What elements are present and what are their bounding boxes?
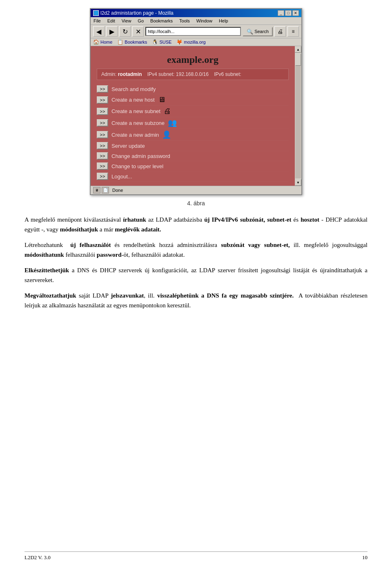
menu-bookmarks[interactable]: Bookmarks (149, 18, 174, 24)
menu-file[interactable]: File (92, 18, 102, 24)
bookmark-suse-label: SUSE (159, 40, 172, 44)
menu-view[interactable]: View (120, 18, 133, 24)
site-title: example.org (97, 54, 289, 65)
ipv4-value: 192.168.0.0/16 (176, 71, 209, 77)
menu-label-new-subnet[interactable]: Create a new subnet (111, 108, 160, 114)
stop-button[interactable]: ✕ (132, 26, 144, 37)
admin-label: Admin: (101, 71, 116, 77)
print-button[interactable]: 🖨 (274, 26, 286, 37)
menu-item-new-subzone: >> Create a new subzone 👥 (97, 117, 289, 129)
back-button[interactable]: ◀ (93, 26, 105, 37)
browser-titlebar: 🌐 l2d2 administartion page - Mozilla _ □… (91, 9, 301, 17)
bookmark-mozilla-label: mozilla.org (184, 40, 205, 44)
new-subzone-icon: 👥 (168, 118, 177, 127)
forward-button[interactable]: ▶ (106, 26, 118, 37)
menu-item-new-host: >> Create a new host 🖥 (97, 94, 289, 106)
menu-label-logout[interactable]: Logout... (111, 173, 132, 180)
browser-window: 🌐 l2d2 administartion page - Mozilla _ □… (90, 8, 302, 195)
scroll-down-arrow[interactable]: ▼ (295, 179, 301, 186)
bookmark-mozilla[interactable]: 🦊 mozilla.org (176, 39, 205, 45)
bookmarks-icon: 📋 (117, 39, 123, 45)
menu-arrow-server-update[interactable]: >> (97, 142, 108, 149)
menu-item-server-update: >> Server update (97, 141, 289, 151)
menu-label-search[interactable]: Search and modify (111, 86, 156, 92)
paragraph-4: Megváltoztathatjuk saját LDAP jelszavunk… (24, 291, 368, 310)
reload-button[interactable]: ↻ (119, 26, 131, 37)
menu-label-new-subzone[interactable]: Create a new subzone (111, 120, 165, 126)
search-button-label: Search (254, 29, 269, 34)
menu-label-new-host[interactable]: Create a new host (111, 97, 155, 103)
new-host-icon: 🖥 (158, 96, 165, 104)
figure-caption: 4. ábra (0, 200, 392, 207)
article-content: A megfelelő menüpont kiválasztásával írh… (0, 215, 392, 310)
menu-arrow-logout[interactable]: >> (97, 173, 108, 180)
menu-label-server-update[interactable]: Server update (111, 143, 145, 149)
menu-item-search: >> Search and modify (97, 84, 289, 94)
paragraph-3: Elkészíttethetjük a DNS és DHCP szervere… (24, 265, 368, 285)
bookmark-suse[interactable]: 🐧 SUSE (152, 39, 172, 45)
search-icon: 🔍 (247, 29, 253, 35)
footer-version: L2D2 V. 3.0 (24, 554, 51, 561)
footer-page-number: 10 (362, 554, 368, 561)
suse-icon: 🐧 (152, 39, 158, 45)
browser-status-bar: 🖥 📄 Done (91, 186, 301, 194)
scrollbar-thumb[interactable] (295, 53, 301, 66)
status-text: Done (112, 188, 123, 193)
address-bar[interactable] (145, 27, 241, 36)
minimize-button[interactable]: _ (278, 10, 284, 16)
new-subnet-icon: 🖨 (164, 107, 171, 116)
scrollbar-track[interactable] (295, 53, 301, 178)
menu-item-new-admin: >> Create a new admin 👤 (97, 129, 289, 141)
home-icon: 🏠 (93, 39, 99, 45)
menu-arrow-upper-level[interactable]: >> (97, 162, 108, 170)
bookmark-home[interactable]: 🏠 Home (93, 39, 112, 45)
menu-item-logout: >> Logout... (97, 171, 289, 182)
ipv6-label: IPv6 subnet: (214, 71, 241, 77)
titlebar-buttons: _ □ ✕ (278, 10, 299, 16)
paragraph-1: A megfelelő menüpont kiválasztásával írh… (24, 215, 368, 234)
browser-title: l2d2 administartion page - Mozilla (100, 10, 174, 16)
menu-help[interactable]: Help (218, 18, 229, 24)
close-button[interactable]: ✕ (292, 10, 299, 16)
scroll-up-arrow[interactable]: ▲ (295, 46, 301, 53)
web-page: example.org Admin: rootadmin IPv4 subnet… (91, 46, 295, 186)
menu-label-upper-level[interactable]: Change to upper level (111, 163, 163, 169)
menu-window[interactable]: Window (195, 18, 214, 24)
browser-toolbar: ◀ ▶ ↻ ✕ 🔍 Search 🖨 ≡ (91, 25, 301, 38)
menu-item-change-password: >> Change admin password (97, 151, 289, 161)
bookmark-bookmarks-label: Bookmarks (125, 40, 147, 44)
browser-content-area: example.org Admin: rootadmin IPv4 subnet… (91, 46, 301, 186)
misc-button[interactable]: ≡ (287, 26, 299, 37)
admin-menu-list: >> Search and modify >> Create a new hos… (97, 84, 289, 182)
scrollbar[interactable]: ▲ ▼ (295, 46, 301, 186)
maximize-button[interactable]: □ (285, 10, 292, 16)
menu-label-change-password[interactable]: Change admin password (111, 153, 170, 159)
ipv4-label: IPv4 subnet: (147, 71, 175, 77)
menu-tools[interactable]: Tools (178, 18, 191, 24)
menu-arrow-new-host[interactable]: >> (97, 96, 108, 104)
menu-arrow-new-subnet[interactable]: >> (97, 108, 108, 115)
mozilla-icon: 🦊 (176, 39, 183, 45)
menu-arrow-search[interactable]: >> (97, 85, 108, 93)
browser-bookmarks-bar: 🏠 Home 📋 Bookmarks 🐧 SUSE 🦊 mozilla.org (91, 38, 301, 46)
menu-item-upper-level: >> Change to upper level (97, 161, 289, 171)
menu-go[interactable]: Go (136, 18, 145, 24)
page-footer: L2D2 V. 3.0 10 (24, 551, 368, 561)
admin-name: rootadmin (118, 71, 142, 77)
status-icon-2: 📄 (102, 187, 109, 193)
paragraph-2: Létrehozhatunk új felhasználót és rendel… (24, 240, 368, 260)
browser-menubar: File Edit View Go Bookmarks Tools Window… (91, 17, 301, 25)
bookmark-home-label: Home (100, 40, 112, 44)
menu-arrow-change-password[interactable]: >> (97, 152, 108, 160)
titlebar-left: 🌐 l2d2 administartion page - Mozilla (93, 10, 174, 16)
menu-label-new-admin[interactable]: Create a new admin (111, 132, 159, 138)
bookmark-bookmarks[interactable]: 📋 Bookmarks (117, 39, 147, 45)
admin-info-bar: Admin: rootadmin IPv4 subnet: 192.168.0.… (97, 69, 289, 80)
menu-item-new-subnet: >> Create a new subnet 🖨 (97, 106, 289, 117)
browser-title-icon: 🌐 (93, 10, 99, 16)
menu-arrow-new-admin[interactable]: >> (97, 131, 108, 138)
menu-arrow-new-subzone[interactable]: >> (97, 119, 108, 127)
status-icons: 🖥 📄 (93, 187, 109, 193)
search-button[interactable]: 🔍 Search (243, 27, 273, 36)
menu-edit[interactable]: Edit (106, 18, 116, 24)
